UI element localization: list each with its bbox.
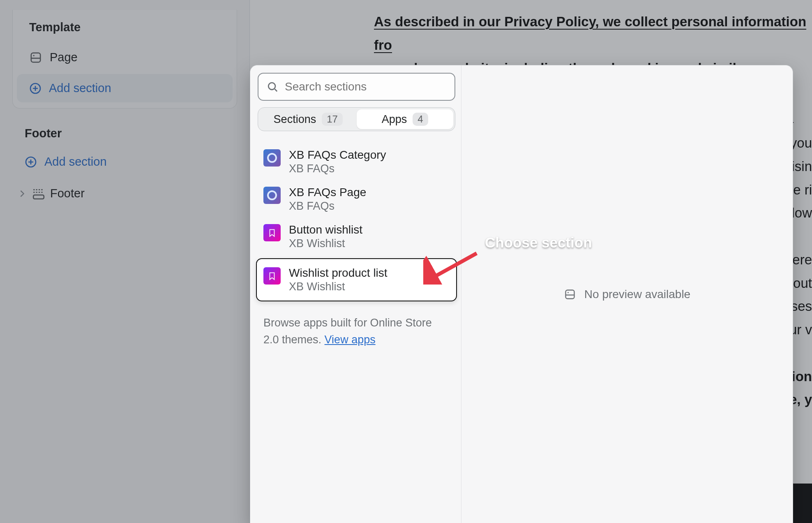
add-section-label: Add section [44, 155, 107, 169]
helper-text: Browse apps built for Online Store 2.0 t… [258, 310, 455, 348]
app-root: Template Page Ad [0, 0, 812, 523]
search-sections-field[interactable] [258, 73, 455, 101]
app-section-item[interactable]: XB FAQs PageXB FAQs [258, 181, 455, 218]
app-section-subtitle: XB FAQs [289, 162, 386, 175]
chevron-right-icon[interactable] [17, 189, 27, 199]
app-section-name: XB FAQs Page [289, 186, 366, 199]
section-picker-left: Sections 17 Apps 4 XB FAQs CategoryXB FA… [250, 65, 461, 523]
tab-sections-label: Sections [274, 113, 316, 126]
no-preview-label: No preview available [584, 288, 690, 301]
sidebar: Template Page Ad [0, 0, 250, 523]
sidebar-item-footer[interactable]: Footer [12, 181, 237, 206]
footer-section-icon [32, 187, 45, 200]
add-section-template[interactable]: Add section [17, 74, 233, 102]
app-section-subtitle: XB Wishlist [289, 280, 388, 293]
section-picker-preview: No preview available [461, 65, 793, 523]
footer-group: Footer Add section [12, 127, 237, 206]
sidebar-item-page[interactable]: Page [17, 43, 233, 72]
page-icon [29, 51, 42, 64]
tab-switch: Sections 17 Apps 4 [258, 107, 455, 131]
tab-apps[interactable]: Apps 4 [357, 109, 454, 129]
svg-rect-7 [565, 290, 574, 299]
tab-sections-count: 17 [322, 113, 343, 126]
plus-circle-icon [25, 156, 37, 168]
tab-sections[interactable]: Sections 17 [260, 109, 357, 129]
app-section-subtitle: XB Wishlist [289, 237, 362, 250]
app-section-item[interactable]: XB FAQs CategoryXB FAQs [258, 143, 455, 180]
tab-apps-count: 4 [413, 113, 428, 126]
search-icon [267, 81, 278, 93]
add-section-footer[interactable]: Add section [12, 148, 237, 176]
no-preview-row: No preview available [564, 288, 690, 301]
app-section-name: Wishlist product list [289, 266, 388, 280]
annotation-choose-section: Choose section [485, 234, 592, 251]
search-input[interactable] [284, 80, 446, 94]
wishlist-app-icon [263, 267, 281, 285]
app-section-item[interactable]: Button wishlistXB Wishlist [258, 218, 455, 255]
svg-point-6 [268, 83, 275, 90]
svg-point-8 [567, 292, 569, 293]
template-panel: Template Page Ad [12, 10, 237, 109]
footer-heading: Footer [12, 127, 237, 140]
view-apps-link[interactable]: View apps [325, 333, 376, 346]
sidebar-item-label: Page [50, 51, 78, 64]
tab-apps-label: Apps [382, 113, 407, 126]
app-section-item[interactable]: Wishlist product listXB Wishlist [256, 258, 457, 301]
wishlist-app-icon [263, 224, 281, 241]
template-heading: Template [17, 21, 233, 34]
plus-circle-icon [29, 82, 42, 95]
svg-rect-4 [33, 195, 44, 199]
app-section-name: Button wishlist [289, 223, 362, 236]
app-section-name: XB FAQs Category [289, 148, 386, 162]
faq-app-icon [263, 187, 281, 204]
svg-rect-0 [31, 53, 40, 62]
app-section-list: XB FAQs CategoryXB FAQsXB FAQs PageXB FA… [258, 143, 455, 304]
app-section-subtitle: XB FAQs [289, 200, 366, 213]
section-picker-popover: Sections 17 Apps 4 XB FAQs CategoryXB FA… [250, 65, 793, 523]
add-section-label: Add section [49, 81, 111, 95]
faq-app-icon [263, 149, 281, 167]
svg-point-1 [33, 55, 35, 56]
footer-item-label: Footer [50, 187, 85, 200]
section-icon [564, 288, 576, 301]
